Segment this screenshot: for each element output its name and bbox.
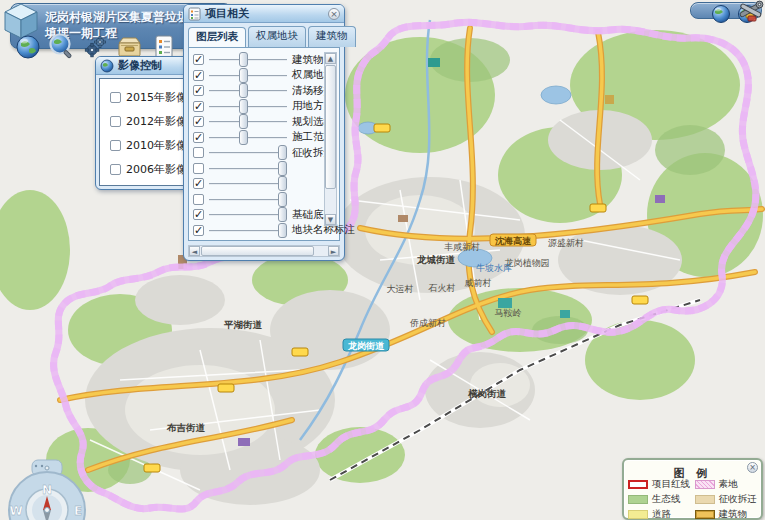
layer-checkbox[interactable]: ✓ (193, 101, 204, 112)
layer-checkbox[interactable]: ✓ (193, 54, 204, 65)
tab-2[interactable]: 权属地块 (248, 26, 306, 47)
slider-handle[interactable] (239, 99, 248, 114)
layer-row: ✓建筑物 (193, 52, 322, 68)
layer-row (193, 161, 322, 177)
checkbox[interactable] (110, 140, 121, 151)
slider-handle[interactable] (278, 161, 287, 176)
compass-navigator[interactable]: N W E (6, 458, 88, 520)
slider-handle[interactable] (239, 83, 248, 98)
layer-checkbox[interactable] (193, 147, 204, 158)
layer-checkbox[interactable]: ✓ (193, 132, 204, 143)
opacity-slider[interactable] (209, 192, 287, 207)
scroll-down-icon[interactable]: ▼ (325, 214, 336, 225)
map-label: 丰咸新村 (444, 242, 480, 252)
layer-label: 建筑物 (292, 53, 324, 67)
tab-3[interactable]: 建筑物 (308, 26, 356, 47)
layer-checkbox[interactable]: ✓ (193, 225, 204, 236)
slider-track (209, 152, 287, 154)
layer-row: ✓地块名称标注 (193, 223, 322, 239)
eco-line-swatch (628, 495, 648, 504)
slider-track (209, 230, 287, 232)
slider-handle[interactable] (239, 114, 248, 129)
opacity-slider[interactable] (209, 207, 287, 222)
layer-checkbox[interactable]: ✓ (193, 70, 204, 81)
map-label: 大运村 (387, 284, 414, 294)
layer-row: ✓规划选址 (193, 114, 322, 130)
tools-icon[interactable] (735, 0, 765, 27)
opacity-slider[interactable] (209, 176, 287, 191)
layer-checkbox[interactable]: ✓ (193, 116, 204, 127)
globe-zoom-icon[interactable] (48, 33, 75, 60)
scrollbar-thumb[interactable] (325, 65, 336, 189)
map-label: 布吉街道 (166, 422, 206, 433)
expropriation-swatch (695, 495, 715, 504)
compass-east-label: E (74, 504, 82, 518)
opacity-slider[interactable] (209, 223, 287, 238)
globe-icon[interactable] (14, 33, 41, 60)
close-icon[interactable]: × (328, 8, 340, 20)
legend-panel: 图 例 × 项目红线生态线道路素地征收拆迁建筑物 (622, 458, 763, 520)
slider-handle[interactable] (239, 68, 248, 83)
opacity-slider[interactable] (209, 145, 287, 160)
opacity-slider[interactable] (209, 52, 287, 67)
slider-handle[interactable] (278, 192, 287, 207)
road-shield (374, 124, 390, 132)
horizontal-scrollbar[interactable]: ◄ ► (188, 245, 340, 257)
opacity-slider[interactable] (209, 130, 287, 145)
slider-handle[interactable] (278, 176, 287, 191)
layer-row: ✓权属地块 (193, 68, 322, 84)
panel-title: 影像控制 (118, 58, 184, 73)
tab-1[interactable]: 图层列表 (188, 27, 246, 48)
map-label: 龙城街道 (416, 254, 456, 265)
slider-track (209, 214, 287, 216)
opacity-slider[interactable] (209, 114, 287, 129)
project-redline-swatch (628, 480, 648, 489)
compass-west-label: W (9, 504, 22, 518)
legend-item: 生态线 (628, 492, 691, 506)
legend-grid: 项目红线生态线道路素地征收拆迁建筑物 (628, 477, 757, 520)
legend-item: 建筑物 (695, 507, 758, 520)
layer-row: ✓基础底图 (193, 207, 322, 223)
road-shield (292, 348, 308, 356)
opacity-slider[interactable] (209, 68, 287, 83)
project-panel: 项目相关 × 图层列表权属地块建筑物 ✓建筑物✓权属地块✓清场移交✓用地方案✓规… (183, 4, 345, 261)
legend-label: 征收拆迁 (719, 493, 757, 506)
slider-handle[interactable] (278, 145, 287, 160)
map-label: 源盛新村 (548, 238, 584, 248)
opacity-slider[interactable] (209, 83, 287, 98)
scrollbar-thumb[interactable] (201, 246, 314, 256)
legend-label: 道路 (652, 508, 671, 520)
checkbox[interactable] (110, 164, 121, 175)
layer-checkbox[interactable]: ✓ (193, 85, 204, 96)
opacity-slider[interactable] (209, 161, 287, 176)
close-icon[interactable]: × (747, 462, 758, 473)
globe-icon[interactable] (711, 4, 731, 28)
checkbox[interactable] (110, 92, 121, 103)
image-year-label: 2012年影像 (126, 114, 187, 129)
opacity-slider[interactable] (209, 99, 287, 114)
slider-handle[interactable] (239, 52, 248, 67)
road-shield (632, 296, 648, 304)
map-label: 侨成新村 (409, 318, 446, 328)
layer-checkbox[interactable] (193, 194, 204, 205)
scroll-up-icon[interactable]: ▲ (325, 53, 336, 64)
layer-checkbox[interactable]: ✓ (193, 178, 204, 189)
layer-checkbox[interactable]: ✓ (193, 209, 204, 220)
globe-icon (100, 59, 114, 73)
legend-label: 素地 (719, 478, 738, 491)
slider-handle[interactable] (278, 207, 287, 222)
vertical-scrollbar[interactable]: ▲ ▼ (324, 52, 337, 226)
checkbox[interactable] (110, 116, 121, 127)
legend-label: 建筑物 (719, 508, 748, 520)
road-shield (218, 384, 234, 392)
slider-handle[interactable] (239, 130, 248, 145)
layer-checkbox[interactable] (193, 163, 204, 174)
project-tabs: 图层列表权属地块建筑物 (184, 23, 344, 47)
slider-handle[interactable] (278, 223, 287, 238)
scroll-left-icon[interactable]: ◄ (189, 246, 200, 256)
scroll-right-icon[interactable]: ► (328, 246, 339, 256)
image-year-label: 2015年影像 (126, 90, 187, 105)
legend-item: 征收拆迁 (695, 492, 758, 506)
layer-list-area: ✓建筑物✓权属地块✓清场移交✓用地方案✓规划选址✓施工范围征收拆迁✓✓基础底图✓… (188, 47, 340, 241)
project-panel-header[interactable]: 项目相关 × (184, 5, 344, 23)
